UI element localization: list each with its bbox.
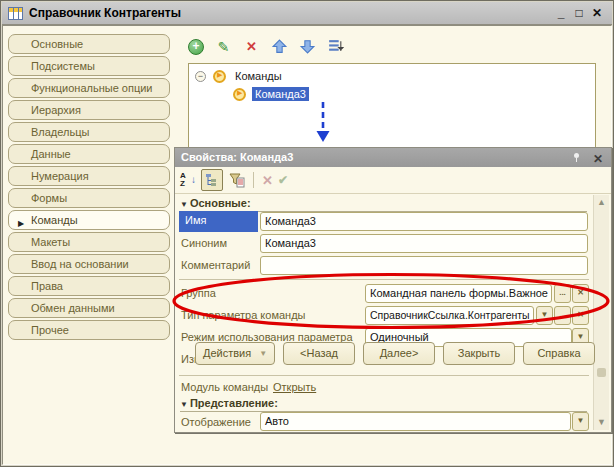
commands-toolbar: + ✎ ✕	[188, 38, 344, 55]
move-up-icon[interactable]	[271, 38, 288, 55]
name-label[interactable]: Имя	[179, 211, 258, 232]
next-button[interactable]: Далее>	[363, 342, 435, 365]
command-icon	[233, 88, 246, 101]
name-field[interactable]: Команда3	[260, 212, 588, 231]
sort-by-category-icon[interactable]	[201, 169, 223, 191]
display-dropdown-button[interactable]: ▼	[572, 412, 589, 431]
app-window: Справочник Контрагенты _ □ ✕ Основные По…	[0, 0, 614, 467]
tab-numeraciya[interactable]: Нумерация	[8, 166, 170, 186]
synonym-label[interactable]: Синоним	[181, 237, 227, 249]
section-basic[interactable]: ▼Основные:	[180, 197, 587, 212]
catalog-icon	[8, 7, 23, 20]
properties-panel: Свойства: Команда3 ✕ A Z ↓ ✕ ✔	[174, 147, 612, 433]
tab-obmen-dannymi[interactable]: Обмен данными	[8, 298, 170, 318]
command-group-icon	[213, 70, 226, 83]
scroll-up-icon[interactable]: ▲	[594, 195, 609, 210]
section-view[interactable]: ▼Представление:	[180, 397, 587, 412]
selected-tab-marker: ▶	[18, 215, 24, 233]
back-button[interactable]: <Назад	[283, 342, 355, 365]
filter-icon[interactable]	[228, 172, 245, 189]
sidebar-tabs: Основные Подсистемы Функциональные опции…	[8, 34, 172, 342]
command-module-label: Модуль команды	[181, 381, 268, 393]
close-form-button[interactable]: Закрыть	[443, 342, 515, 365]
properties-titlebar[interactable]: Свойства: Команда3 ✕	[175, 148, 611, 167]
separator	[179, 279, 589, 280]
display-field[interactable]: Авто	[260, 412, 571, 431]
section-collapse-icon: ▼	[180, 200, 188, 209]
param-type-field[interactable]: СправочникСсылка.Контрагенты	[365, 306, 534, 325]
tab-dannye[interactable]: Данные	[8, 144, 170, 164]
display-label[interactable]: Отображение	[181, 416, 251, 428]
group-label[interactable]: Группа	[181, 287, 216, 299]
actions-button[interactable]: Действия▼	[195, 342, 275, 365]
tree-row-root[interactable]: − Команды	[195, 69, 285, 83]
separator	[179, 375, 589, 376]
window-content: Основные Подсистемы Функциональные опции…	[2, 25, 612, 465]
param-type-clear-button[interactable]: ✕	[572, 306, 589, 325]
sort-list-icon[interactable]	[327, 38, 344, 55]
chevron-down-icon: ▼	[259, 343, 267, 364]
edit-icon[interactable]: ✎	[215, 38, 232, 55]
tab-makety[interactable]: Макеты	[8, 232, 170, 252]
comment-label[interactable]: Комментарий	[181, 259, 250, 271]
toolbar-separator	[253, 172, 254, 188]
window-titlebar: Справочник Контрагенты _ □ ✕	[2, 2, 612, 25]
close-button[interactable]: ✕	[588, 6, 606, 20]
tab-podsistemy[interactable]: Подсистемы	[8, 56, 170, 76]
maximize-button[interactable]: □	[570, 6, 588, 20]
properties-title: Свойства: Команда3	[181, 151, 293, 163]
tab-ierarhiya[interactable]: Иерархия	[8, 100, 170, 120]
tab-komandy[interactable]: ▶Команды	[8, 210, 170, 230]
delete-icon[interactable]: ✕	[243, 38, 260, 55]
section-collapse-icon: ▼	[180, 400, 188, 409]
add-icon[interactable]: +	[188, 39, 204, 55]
move-down-icon[interactable]	[299, 38, 316, 55]
apply-icon: ✔	[278, 173, 288, 187]
tab-formy[interactable]: Формы	[8, 188, 170, 208]
tree-row-child[interactable]: Команда3	[233, 87, 309, 101]
group-field[interactable]: Командная панель формы.Важное	[365, 284, 552, 303]
tab-prochee[interactable]: Прочее	[8, 320, 170, 340]
help-button[interactable]: Справка	[523, 342, 595, 365]
tree-child-label[interactable]: Команда3	[252, 87, 309, 101]
sort-alphabetical-icon[interactable]: A Z ↓	[180, 171, 196, 189]
tab-osnovnye[interactable]: Основные	[8, 34, 170, 54]
cancel-edit-icon: ✕	[262, 173, 273, 188]
tree-root-label[interactable]: Команды	[232, 69, 285, 83]
group-clear-button[interactable]: ✕	[572, 284, 589, 303]
window-title: Справочник Контрагенты	[29, 6, 552, 20]
param-type-label[interactable]: Тип параметра команды	[181, 309, 305, 321]
properties-scrollbar[interactable]: ▲ ▼	[593, 195, 609, 430]
scroll-thumb[interactable]	[597, 368, 606, 377]
group-ellipsis-button[interactable]: ...	[554, 284, 571, 303]
tab-vvod-na-osnovanii[interactable]: Ввод на основании	[8, 254, 170, 274]
command-module-open-link[interactable]: Открыть	[273, 381, 316, 393]
tab-vladelcy[interactable]: Владельцы	[8, 122, 170, 142]
properties-toolbar: A Z ↓ ✕ ✔	[175, 167, 611, 194]
scroll-down-icon[interactable]: ▼	[594, 415, 609, 430]
tab-prava[interactable]: Права	[8, 276, 170, 296]
comment-field[interactable]	[260, 256, 588, 275]
param-type-ellipsis-button[interactable]: ...	[554, 306, 571, 325]
param-type-dropdown-button[interactable]: ▼	[536, 306, 553, 325]
pin-icon[interactable]	[574, 153, 579, 158]
collapse-icon[interactable]: −	[195, 71, 206, 82]
tab-funkcionalnye-opcii[interactable]: Функциональные опции	[8, 78, 170, 98]
synonym-field[interactable]: Команда3	[260, 234, 588, 253]
minimize-button[interactable]: _	[552, 6, 570, 20]
